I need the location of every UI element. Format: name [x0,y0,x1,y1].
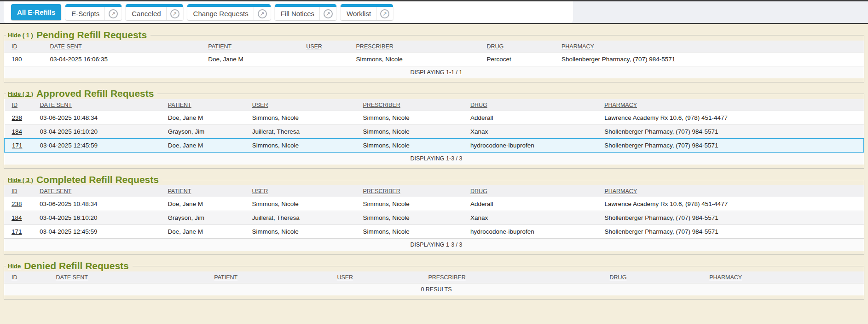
column-header-patient[interactable]: PATIENT [164,99,249,111]
table-header-row: ID DATE SENT PATIENT USER PRESCRIBER DRU… [4,185,864,197]
patient-cell: Doe, Jane M [164,139,249,153]
column-header-prescriber[interactable]: PRESCRIBER [359,185,467,197]
user-cell [302,53,352,66]
table-footer-row: DISPLAYING 1-3 / 3 [4,239,864,251]
drug-cell: Percocet [483,53,558,66]
pharmacy-cell: Shollenberger Pharmacy, (707) 984-5571 [601,211,864,225]
open-in-new-window-button[interactable]: ↗ [166,7,183,20]
table-row[interactable]: 238 03-06-2025 10:48:34 Doe, Jane M Simm… [4,197,864,211]
table-row-selected[interactable]: 171 03-04-2025 12:45:59 Doe, Jane M Simm… [5,139,864,153]
column-header-prescriber[interactable]: PRESCRIBER [359,99,467,111]
column-header-date-sent[interactable]: DATE SENT [36,99,164,111]
drug-cell: Adderall [467,111,601,125]
column-header-drug[interactable]: DRUG [606,271,706,283]
pending-refills-table: ID DATE SENT PATIENT USER PRESCRIBER DRU… [4,41,864,78]
table-row[interactable]: 184 03-04-2025 16:10:20 Grayson, Jim Jui… [4,211,864,225]
paging-status: DISPLAYING 1-3 / 3 [5,153,864,165]
refill-id-link[interactable]: 171 [4,225,36,239]
column-header-drug[interactable]: DRUG [483,41,558,53]
section-legend: Hide ( 1 )Pending Refill Requests [6,29,150,41]
column-header-date-sent[interactable]: DATE SENT [46,41,205,53]
column-header-user[interactable]: USER [333,271,424,283]
column-header-user[interactable]: USER [249,185,359,197]
tab-e-scripts[interactable]: E-Scripts ↗ [65,4,122,20]
refill-id-link[interactable]: 184 [5,125,36,139]
column-header-user[interactable]: USER [249,99,359,111]
arrow-up-right-icon: ↗ [170,9,179,18]
pharmacy-cell: Shollenberger Pharmacy, (707) 984-5571 [601,139,863,153]
tab-change-requests[interactable]: Change Requests ↗ [187,4,271,20]
prescriber-cell: Simmons, Nicole [359,225,467,239]
table-row[interactable]: 184 03-04-2025 16:10:20 Grayson, Jim Jui… [5,125,864,139]
drug-cell: Adderall [467,197,601,211]
column-header-drug[interactable]: DRUG [467,99,601,111]
drug-cell: Xanax [467,125,601,139]
table-header-row: ID DATE SENT PATIENT USER PRESCRIBER DRU… [5,99,864,111]
hide-toggle-link[interactable]: Hide [8,263,21,270]
section-completed-refill-requests: Hide ( 3 )Completed Refill Requests ID D… [4,174,864,255]
refill-id-link[interactable]: 171 [5,139,36,153]
date-sent-cell: 03-04-2025 12:45:59 [36,139,164,153]
section-legend: Hide ( 3 )Approved Refill Requests [6,88,157,99]
section-title: Approved Refill Requests [36,88,154,99]
table-row[interactable]: 171 03-04-2025 12:45:59 Doe, Jane M Simm… [4,225,864,239]
column-header-pharmacy[interactable]: PHARMACY [706,271,864,283]
user-cell: Juillerat, Theresa [249,211,359,225]
refill-id-link[interactable]: 180 [4,53,46,66]
prescriber-cell: Simmons, Nicole [353,53,483,66]
column-header-date-sent[interactable]: DATE SENT [36,185,164,197]
column-header-pharmacy[interactable]: PHARMACY [558,41,864,53]
user-cell: Simmons, Nicole [249,111,359,125]
hide-toggle-link[interactable]: Hide ( 3 ) [8,90,33,97]
user-cell: Simmons, Nicole [249,197,359,211]
column-header-prescriber[interactable]: PRESCRIBER [424,271,606,283]
approved-refills-table: ID DATE SENT PATIENT USER PRESCRIBER DRU… [4,99,864,165]
refill-id-link[interactable]: 184 [4,211,36,225]
column-header-user[interactable]: USER [302,41,352,53]
pharmacy-cell: Shollenberger Pharmacy, (707) 984-5571 [558,53,864,66]
tab-label: Worklist [341,10,376,18]
patient-cell: Doe, Jane M [164,225,248,239]
table-footer-row: DISPLAYING 1-1 / 1 [4,66,864,79]
section-denied-refill-requests: HideDenied Refill Requests ID DATE SENT … [4,260,864,300]
refill-id-link[interactable]: 238 [4,197,36,211]
column-header-patient[interactable]: PATIENT [204,41,302,53]
top-header-band: All E-Refills E-Scripts ↗ Canceled ↗ [0,0,868,24]
table-header-row: ID DATE SENT PATIENT USER PRESCRIBER DRU… [4,41,864,53]
column-header-date-sent[interactable]: DATE SENT [52,271,211,283]
open-in-new-window-button[interactable]: ↗ [104,7,122,20]
column-header-id[interactable]: ID [5,99,36,111]
column-header-pharmacy[interactable]: PHARMACY [601,99,863,111]
patient-cell: Doe, Jane M [204,53,302,66]
arrow-up-right-icon: ↗ [380,9,389,18]
tab-fill-notices[interactable]: Fill Notices ↗ [275,4,336,20]
drug-cell: hydrocodone-ibuprofen [467,225,601,239]
hide-toggle-link[interactable]: Hide ( 1 ) [8,32,33,39]
date-sent-cell: 03-04-2025 16:06:35 [46,53,205,66]
table-row[interactable]: 180 03-04-2025 16:06:35 Doe, Jane M Simm… [4,53,864,66]
tab-canceled[interactable]: Canceled ↗ [126,4,183,20]
section-title: Denied Refill Requests [24,260,129,271]
date-sent-cell: 03-04-2025 12:45:59 [36,225,164,239]
column-header-id[interactable]: ID [4,41,46,53]
pharmacy-cell: Lawrence Academy Rx 10.6, (978) 451-4477 [601,197,864,211]
column-header-id[interactable]: ID [4,185,36,197]
refill-id-link[interactable]: 238 [5,111,36,125]
column-header-patient[interactable]: PATIENT [210,271,333,283]
table-header-row: ID DATE SENT PATIENT USER PRESCRIBER DRU… [4,271,864,283]
column-header-id[interactable]: ID [4,271,52,283]
column-header-drug[interactable]: DRUG [467,185,601,197]
column-header-patient[interactable]: PATIENT [164,185,248,197]
pharmacy-cell: Shollenberger Pharmacy, (707) 984-5571 [601,125,863,139]
open-in-new-window-button[interactable]: ↗ [376,7,393,20]
prescriber-cell: Simmons, Nicole [359,125,467,139]
table-row[interactable]: 238 03-06-2025 10:48:34 Doe, Jane M Simm… [5,111,864,125]
prescriber-cell: Simmons, Nicole [359,111,467,125]
open-in-new-window-button[interactable]: ↗ [254,7,271,20]
column-header-pharmacy[interactable]: PHARMACY [601,185,864,197]
open-in-new-window-button[interactable]: ↗ [319,7,336,20]
tab-all-e-refills[interactable]: All E-Refills [11,4,61,20]
hide-toggle-link[interactable]: Hide ( 3 ) [8,177,33,183]
tab-worklist[interactable]: Worklist ↗ [341,4,393,20]
column-header-prescriber[interactable]: PRESCRIBER [353,41,483,53]
